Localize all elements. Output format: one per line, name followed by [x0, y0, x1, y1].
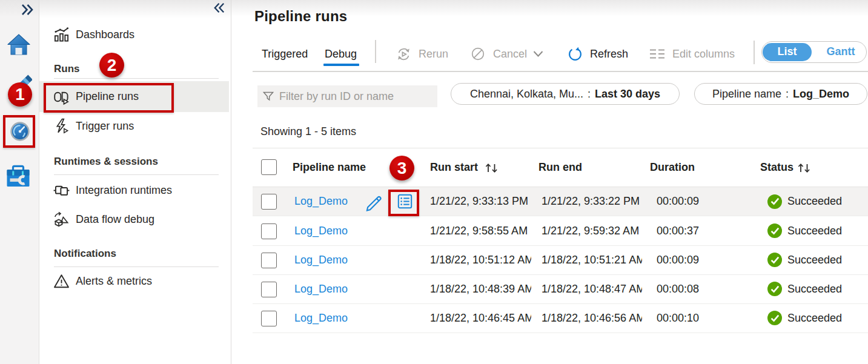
- status-cell: Succeeded: [767, 275, 842, 303]
- run-filter-input[interactable]: Filter by run ID or name: [257, 85, 437, 107]
- table-row[interactable]: Log_Demo 1/18/22, 10:48:39 AM 1/18/22, 1…: [253, 275, 868, 304]
- run-filter-placeholder: Filter by run ID or name: [279, 90, 394, 103]
- status-text: Succeeded: [787, 254, 842, 266]
- succeeded-check-icon: [767, 194, 782, 209]
- run-end-cell: 1/21/22, 9:59:32 AM: [542, 217, 642, 245]
- sidebar-item-dashboards[interactable]: Dashboards: [39, 20, 229, 49]
- annotation-number: 2: [107, 56, 117, 75]
- run-end-cell: 1/18/22, 10:51:21 AM: [542, 246, 642, 274]
- main-content: Pipeline runs Triggered Debug Rerun Canc: [231, 0, 868, 364]
- monitor-sidebar: Dashboards Runs Pipeline runs 2: [39, 0, 231, 364]
- row-checkbox[interactable]: [261, 253, 277, 268]
- duration-cell: 00:00:09: [657, 246, 699, 274]
- view-toggle-list-button[interactable]: List: [763, 43, 812, 61]
- annotation-box-run-details: [388, 190, 419, 216]
- pipeline-run-link[interactable]: Log_Demo: [294, 254, 348, 266]
- home-button[interactable]: [7, 33, 30, 57]
- column-header-status[interactable]: Status: [760, 148, 793, 187]
- succeeded-check-icon: [767, 282, 782, 296]
- filter-separator: :: [786, 88, 789, 101]
- manage-button[interactable]: [7, 164, 30, 187]
- duration-cell: 00:00:08: [657, 275, 699, 303]
- column-header-pipeline-name[interactable]: Pipeline name: [293, 148, 366, 187]
- duration-cell: 00:00:37: [657, 217, 699, 245]
- status-cell: Succeeded: [767, 304, 842, 333]
- annotation-number: 1: [15, 85, 25, 104]
- pipeline-run-link[interactable]: Log_Demo: [294, 283, 348, 296]
- date-range-filter-pill[interactable]: Chennai, Kolkata, Mu... : Last 30 days: [451, 83, 680, 105]
- column-header-duration[interactable]: Duration: [650, 148, 695, 187]
- cancel-button[interactable]: Cancel: [471, 45, 543, 63]
- status-cell: Succeeded: [767, 217, 842, 245]
- duration-cell: 00:00:09: [657, 187, 699, 216]
- run-start-cell: 1/18/22, 10:51:12 AM: [430, 246, 531, 274]
- sidebar-item-trigger-runs[interactable]: Trigger runs: [39, 111, 229, 141]
- sort-arrows-icon[interactable]: [484, 163, 499, 173]
- pipeline-filter-text: Pipeline name: [712, 88, 781, 101]
- table-row[interactable]: Log_Demo 1/18/22, 10:46:45 AM 1/18/22, 1…: [253, 304, 868, 333]
- succeeded-check-icon: [767, 253, 782, 267]
- row-checkbox[interactable]: [261, 194, 277, 210]
- row-checkbox[interactable]: [261, 311, 277, 326]
- tabs-baseline: [253, 71, 868, 72]
- edit-columns-button[interactable]: Edit columns: [649, 45, 735, 63]
- status-cell: Succeeded: [767, 246, 842, 274]
- pencil-icon: [363, 191, 384, 212]
- status-text: Succeeded: [787, 195, 842, 208]
- pipeline-filter-value: Log_Demo: [793, 88, 849, 101]
- annotation-callout-2: 2: [99, 53, 124, 78]
- table-row[interactable]: Log_Demo 1/18/22, 10:51:12 AM 1/18/22, 1…: [253, 246, 868, 275]
- tab-triggered[interactable]: Triggered: [262, 48, 308, 62]
- filter-funnel-icon: [263, 91, 274, 102]
- sidebar-item-label: Alerts & metrics: [76, 275, 152, 288]
- run-end-cell: 1/21/22, 9:33:22 PM: [542, 187, 642, 216]
- refresh-label: Refresh: [590, 48, 628, 61]
- run-end-cell: 1/18/22, 10:46:56 AM: [542, 304, 642, 333]
- table-row[interactable]: Log_Demo 1/21/22, 9:33:13 PM: [253, 187, 868, 216]
- sidebar-item-integration-runtimes[interactable]: Integration runtimes: [39, 176, 229, 205]
- integration-runtimes-icon: [53, 182, 70, 199]
- column-header-run-end[interactable]: Run end: [538, 148, 582, 187]
- tab-debug[interactable]: Debug: [325, 48, 357, 62]
- sidebar-item-data-flow-debug[interactable]: Data flow debug: [39, 205, 229, 234]
- home-icon: [7, 33, 30, 57]
- row-checkbox[interactable]: [261, 223, 277, 239]
- pipeline-run-link[interactable]: Log_Demo: [294, 195, 348, 208]
- expand-sidebar-button[interactable]: [20, 3, 35, 16]
- pipeline-run-link[interactable]: Log_Demo: [294, 225, 348, 237]
- sidebar-separator: [54, 78, 219, 79]
- annotation-box-monitor: [3, 115, 35, 148]
- annotation-callout-3: 3: [389, 156, 414, 180]
- run-start-cell: 1/21/22, 9:33:13 PM: [430, 187, 531, 216]
- double-chevron-left-icon: [213, 2, 225, 13]
- pipeline-name-filter-pill[interactable]: Pipeline name : Log_Demo: [694, 83, 867, 105]
- select-all-checkbox[interactable]: [261, 159, 277, 175]
- sidebar-item-alerts-metrics[interactable]: Alerts & metrics: [39, 266, 229, 296]
- run-start-cell: 1/18/22, 10:46:45 AM: [430, 304, 531, 333]
- view-toggle-gantt-button[interactable]: Gantt: [817, 43, 865, 61]
- row-checkbox[interactable]: [261, 282, 277, 297]
- duration-cell: 00:00:10: [657, 304, 699, 333]
- sidebar-section-runtimes: Runtimes & sessions: [54, 156, 158, 168]
- date-range-filter-text: Chennai, Kolkata, Mu...: [470, 88, 583, 101]
- alerts-metrics-icon: [53, 273, 70, 290]
- refresh-button[interactable]: Refresh: [568, 45, 628, 63]
- pipeline-run-link[interactable]: Log_Demo: [294, 312, 348, 325]
- status-text: Succeeded: [787, 312, 842, 325]
- manage-toolbox-icon: [7, 164, 30, 187]
- cancel-icon: [471, 47, 485, 61]
- sidebar-separator: [54, 174, 219, 175]
- data-flow-debug-icon: [53, 211, 70, 228]
- edit-pipeline-button[interactable]: [363, 187, 384, 216]
- table-row[interactable]: Log_Demo 1/21/22, 9:58:55 AM 1/21/22, 9:…: [253, 217, 868, 246]
- sort-arrows-icon[interactable]: [797, 163, 812, 173]
- column-header-run-start[interactable]: Run start: [430, 148, 478, 187]
- run-start-cell: 1/21/22, 9:58:55 AM: [430, 217, 531, 245]
- toolbar-divider: [375, 40, 376, 63]
- edit-columns-label: Edit columns: [672, 48, 735, 61]
- succeeded-check-icon: [767, 311, 782, 325]
- collapse-sidebar-button[interactable]: [213, 2, 226, 14]
- rerun-icon: [396, 47, 411, 62]
- rerun-button[interactable]: Rerun: [396, 45, 448, 63]
- edit-columns-icon: [649, 48, 665, 60]
